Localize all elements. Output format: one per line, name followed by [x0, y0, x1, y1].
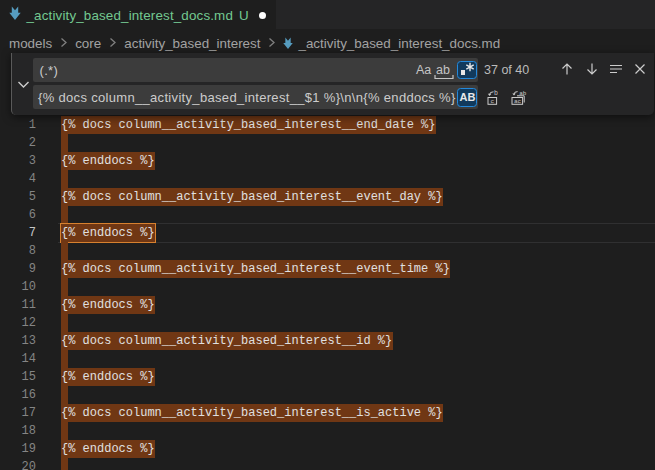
svg-text:c: c [490, 98, 494, 105]
svg-text:b: b [494, 90, 498, 97]
svg-text:ab: ab [519, 90, 527, 97]
svg-text:ac: ac [514, 98, 522, 105]
